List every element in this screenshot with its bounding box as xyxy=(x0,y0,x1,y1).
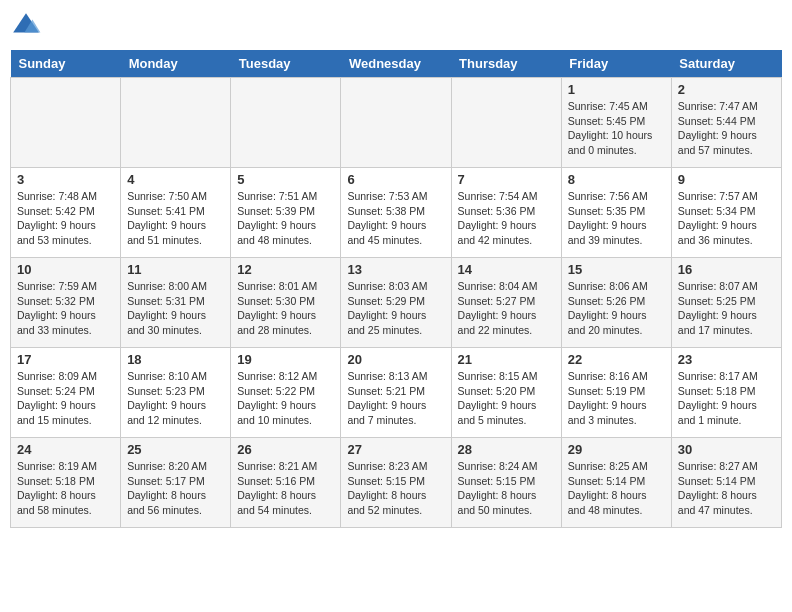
day-number: 20 xyxy=(347,352,444,367)
day-info: Sunrise: 8:04 AMSunset: 5:27 PMDaylight:… xyxy=(458,279,555,338)
calendar-cell: 1Sunrise: 7:45 AMSunset: 5:45 PMDaylight… xyxy=(561,78,671,168)
day-number: 24 xyxy=(17,442,114,457)
day-info: Sunrise: 8:17 AMSunset: 5:18 PMDaylight:… xyxy=(678,369,775,428)
day-info: Sunrise: 8:03 AMSunset: 5:29 PMDaylight:… xyxy=(347,279,444,338)
calendar-cell: 6Sunrise: 7:53 AMSunset: 5:38 PMDaylight… xyxy=(341,168,451,258)
weekday-header-thursday: Thursday xyxy=(451,50,561,78)
day-number: 16 xyxy=(678,262,775,277)
day-number: 29 xyxy=(568,442,665,457)
calendar-cell: 20Sunrise: 8:13 AMSunset: 5:21 PMDayligh… xyxy=(341,348,451,438)
weekday-header-monday: Monday xyxy=(121,50,231,78)
day-info: Sunrise: 8:23 AMSunset: 5:15 PMDaylight:… xyxy=(347,459,444,518)
day-info: Sunrise: 7:57 AMSunset: 5:34 PMDaylight:… xyxy=(678,189,775,248)
day-number: 1 xyxy=(568,82,665,97)
day-info: Sunrise: 7:56 AMSunset: 5:35 PMDaylight:… xyxy=(568,189,665,248)
calendar-cell: 11Sunrise: 8:00 AMSunset: 5:31 PMDayligh… xyxy=(121,258,231,348)
calendar-cell: 10Sunrise: 7:59 AMSunset: 5:32 PMDayligh… xyxy=(11,258,121,348)
day-number: 9 xyxy=(678,172,775,187)
calendar-week-row: 10Sunrise: 7:59 AMSunset: 5:32 PMDayligh… xyxy=(11,258,782,348)
calendar-cell: 17Sunrise: 8:09 AMSunset: 5:24 PMDayligh… xyxy=(11,348,121,438)
day-info: Sunrise: 7:48 AMSunset: 5:42 PMDaylight:… xyxy=(17,189,114,248)
calendar-cell: 23Sunrise: 8:17 AMSunset: 5:18 PMDayligh… xyxy=(671,348,781,438)
day-info: Sunrise: 7:51 AMSunset: 5:39 PMDaylight:… xyxy=(237,189,334,248)
calendar-week-row: 1Sunrise: 7:45 AMSunset: 5:45 PMDaylight… xyxy=(11,78,782,168)
calendar-cell: 29Sunrise: 8:25 AMSunset: 5:14 PMDayligh… xyxy=(561,438,671,528)
day-info: Sunrise: 8:25 AMSunset: 5:14 PMDaylight:… xyxy=(568,459,665,518)
day-number: 8 xyxy=(568,172,665,187)
day-number: 21 xyxy=(458,352,555,367)
day-number: 10 xyxy=(17,262,114,277)
day-number: 19 xyxy=(237,352,334,367)
day-number: 2 xyxy=(678,82,775,97)
page-header xyxy=(10,10,782,42)
calendar-cell: 24Sunrise: 8:19 AMSunset: 5:18 PMDayligh… xyxy=(11,438,121,528)
weekday-header-row: SundayMondayTuesdayWednesdayThursdayFrid… xyxy=(11,50,782,78)
day-number: 17 xyxy=(17,352,114,367)
weekday-header-friday: Friday xyxy=(561,50,671,78)
day-number: 14 xyxy=(458,262,555,277)
calendar-week-row: 3Sunrise: 7:48 AMSunset: 5:42 PMDaylight… xyxy=(11,168,782,258)
calendar-cell xyxy=(451,78,561,168)
day-info: Sunrise: 7:54 AMSunset: 5:36 PMDaylight:… xyxy=(458,189,555,248)
day-number: 13 xyxy=(347,262,444,277)
calendar-cell: 28Sunrise: 8:24 AMSunset: 5:15 PMDayligh… xyxy=(451,438,561,528)
logo xyxy=(10,10,46,42)
day-number: 5 xyxy=(237,172,334,187)
calendar-cell: 21Sunrise: 8:15 AMSunset: 5:20 PMDayligh… xyxy=(451,348,561,438)
day-number: 12 xyxy=(237,262,334,277)
calendar-cell: 15Sunrise: 8:06 AMSunset: 5:26 PMDayligh… xyxy=(561,258,671,348)
logo-icon xyxy=(10,10,42,42)
day-info: Sunrise: 7:45 AMSunset: 5:45 PMDaylight:… xyxy=(568,99,665,158)
calendar-cell xyxy=(231,78,341,168)
calendar-cell: 26Sunrise: 8:21 AMSunset: 5:16 PMDayligh… xyxy=(231,438,341,528)
day-number: 4 xyxy=(127,172,224,187)
day-number: 15 xyxy=(568,262,665,277)
day-info: Sunrise: 8:27 AMSunset: 5:14 PMDaylight:… xyxy=(678,459,775,518)
calendar-cell: 2Sunrise: 7:47 AMSunset: 5:44 PMDaylight… xyxy=(671,78,781,168)
weekday-header-tuesday: Tuesday xyxy=(231,50,341,78)
day-number: 30 xyxy=(678,442,775,457)
calendar-table: SundayMondayTuesdayWednesdayThursdayFrid… xyxy=(10,50,782,528)
calendar-cell: 14Sunrise: 8:04 AMSunset: 5:27 PMDayligh… xyxy=(451,258,561,348)
calendar-cell xyxy=(11,78,121,168)
day-info: Sunrise: 7:47 AMSunset: 5:44 PMDaylight:… xyxy=(678,99,775,158)
day-info: Sunrise: 8:16 AMSunset: 5:19 PMDaylight:… xyxy=(568,369,665,428)
day-number: 6 xyxy=(347,172,444,187)
calendar-cell: 12Sunrise: 8:01 AMSunset: 5:30 PMDayligh… xyxy=(231,258,341,348)
day-info: Sunrise: 8:09 AMSunset: 5:24 PMDaylight:… xyxy=(17,369,114,428)
day-info: Sunrise: 8:10 AMSunset: 5:23 PMDaylight:… xyxy=(127,369,224,428)
day-info: Sunrise: 8:24 AMSunset: 5:15 PMDaylight:… xyxy=(458,459,555,518)
day-info: Sunrise: 7:59 AMSunset: 5:32 PMDaylight:… xyxy=(17,279,114,338)
day-number: 23 xyxy=(678,352,775,367)
calendar-cell: 18Sunrise: 8:10 AMSunset: 5:23 PMDayligh… xyxy=(121,348,231,438)
day-number: 25 xyxy=(127,442,224,457)
calendar-week-row: 17Sunrise: 8:09 AMSunset: 5:24 PMDayligh… xyxy=(11,348,782,438)
calendar-cell: 13Sunrise: 8:03 AMSunset: 5:29 PMDayligh… xyxy=(341,258,451,348)
calendar-cell: 16Sunrise: 8:07 AMSunset: 5:25 PMDayligh… xyxy=(671,258,781,348)
calendar-cell: 8Sunrise: 7:56 AMSunset: 5:35 PMDaylight… xyxy=(561,168,671,258)
day-info: Sunrise: 8:21 AMSunset: 5:16 PMDaylight:… xyxy=(237,459,334,518)
day-info: Sunrise: 8:12 AMSunset: 5:22 PMDaylight:… xyxy=(237,369,334,428)
calendar-cell: 27Sunrise: 8:23 AMSunset: 5:15 PMDayligh… xyxy=(341,438,451,528)
day-number: 28 xyxy=(458,442,555,457)
day-number: 7 xyxy=(458,172,555,187)
calendar-cell: 9Sunrise: 7:57 AMSunset: 5:34 PMDaylight… xyxy=(671,168,781,258)
day-number: 26 xyxy=(237,442,334,457)
calendar-cell: 5Sunrise: 7:51 AMSunset: 5:39 PMDaylight… xyxy=(231,168,341,258)
calendar-cell: 30Sunrise: 8:27 AMSunset: 5:14 PMDayligh… xyxy=(671,438,781,528)
weekday-header-wednesday: Wednesday xyxy=(341,50,451,78)
calendar-cell: 7Sunrise: 7:54 AMSunset: 5:36 PMDaylight… xyxy=(451,168,561,258)
day-number: 22 xyxy=(568,352,665,367)
day-info: Sunrise: 8:07 AMSunset: 5:25 PMDaylight:… xyxy=(678,279,775,338)
calendar-cell: 25Sunrise: 8:20 AMSunset: 5:17 PMDayligh… xyxy=(121,438,231,528)
day-info: Sunrise: 7:50 AMSunset: 5:41 PMDaylight:… xyxy=(127,189,224,248)
weekday-header-sunday: Sunday xyxy=(11,50,121,78)
calendar-cell: 4Sunrise: 7:50 AMSunset: 5:41 PMDaylight… xyxy=(121,168,231,258)
day-number: 18 xyxy=(127,352,224,367)
calendar-week-row: 24Sunrise: 8:19 AMSunset: 5:18 PMDayligh… xyxy=(11,438,782,528)
day-info: Sunrise: 8:19 AMSunset: 5:18 PMDaylight:… xyxy=(17,459,114,518)
day-number: 3 xyxy=(17,172,114,187)
day-info: Sunrise: 7:53 AMSunset: 5:38 PMDaylight:… xyxy=(347,189,444,248)
day-info: Sunrise: 8:06 AMSunset: 5:26 PMDaylight:… xyxy=(568,279,665,338)
calendar-cell: 19Sunrise: 8:12 AMSunset: 5:22 PMDayligh… xyxy=(231,348,341,438)
